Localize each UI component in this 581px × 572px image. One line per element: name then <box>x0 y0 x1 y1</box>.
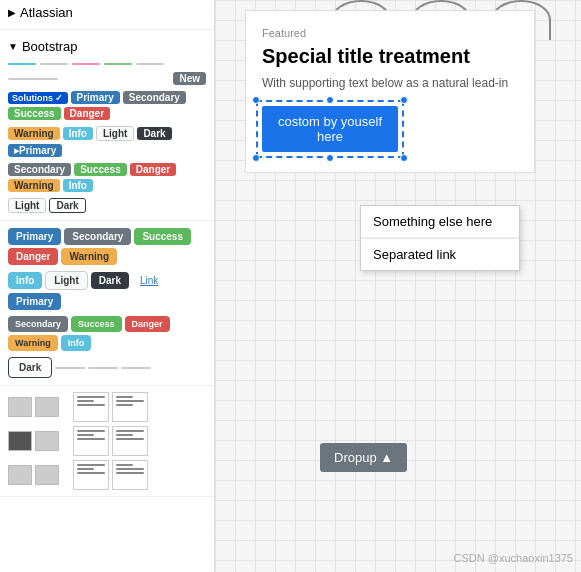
expand-arrow-icon: ▶ <box>8 7 16 18</box>
dropdown-item-something[interactable]: Something else here <box>361 206 519 238</box>
warning-badge-2[interactable]: Warning <box>8 179 60 192</box>
btn-row-3: Secondary Success Danger Warning Info <box>0 313 214 354</box>
thumb-row-2 <box>0 424 214 458</box>
line-b-6 <box>116 404 133 406</box>
featured-card: Featured Special title treatment With su… <box>245 10 535 173</box>
info-badge-1[interactable]: Info <box>63 127 93 140</box>
dark-badge-1[interactable]: Dark <box>137 127 171 140</box>
light-badge-2[interactable]: Light <box>8 198 46 213</box>
line-b-16 <box>116 464 133 466</box>
btn-primary-1[interactable]: Primary <box>8 228 61 245</box>
primary-badge-1[interactable]: Primary <box>71 91 120 104</box>
warning-badge-1[interactable]: Warning <box>8 127 60 140</box>
btn-row-1: Primary Secondary Success Danger Warning <box>0 225 214 268</box>
danger-badge-1[interactable]: Danger <box>64 107 110 120</box>
line-b-15 <box>77 472 105 474</box>
pink-line <box>72 63 100 65</box>
line-b-17 <box>116 468 144 470</box>
line-deco <box>8 78 58 80</box>
dropdown-item-separated[interactable]: Separated link <box>361 239 519 270</box>
blue-line <box>8 63 36 65</box>
handle-tc[interactable] <box>326 96 334 104</box>
card-title: Special title treatment <box>262 45 518 68</box>
divider-1 <box>0 220 214 221</box>
btn-dark-1[interactable]: Dark <box>91 272 129 289</box>
line-deco-4 <box>121 367 151 369</box>
bootstrap-tree-item[interactable]: ▼ Bootstrap <box>0 34 214 59</box>
divider-2 <box>0 385 214 386</box>
yellow-line <box>136 63 164 65</box>
solutions-badge[interactable]: Solutions ✓ <box>8 92 68 104</box>
dark-outline-btn[interactable]: Dark <box>8 357 52 378</box>
lines-block-3 <box>73 426 109 456</box>
gray-line <box>40 63 68 65</box>
card-featured-label: Featured <box>262 27 518 39</box>
custom-button-wrapper: costom by youselfhere <box>262 106 398 152</box>
handle-bl[interactable] <box>252 154 260 162</box>
dark-outline-badge[interactable]: Dark <box>49 198 85 213</box>
bootstrap-label: Bootstrap <box>22 39 78 54</box>
lines-block-6 <box>112 460 148 490</box>
btn-danger-2[interactable]: Danger <box>125 316 170 332</box>
new-badge: New <box>173 72 206 85</box>
atlassian-tree-item[interactable]: ▶ Atlassian <box>0 0 214 25</box>
success-badge-2[interactable]: Success <box>74 163 127 176</box>
line-b-9 <box>77 438 105 440</box>
thumb-row-3 <box>0 458 214 492</box>
dark-outline-row: Dark <box>0 354 214 381</box>
badge-row-2: Warning Info Light Dark ▸Primary <box>0 123 214 160</box>
btn-warning-2[interactable]: Warning <box>8 335 58 351</box>
thumb-5 <box>35 465 59 485</box>
custom-button[interactable]: costom by youselfhere <box>262 106 398 152</box>
btn-success-1[interactable]: Success <box>134 228 191 245</box>
line-b-4 <box>116 396 133 398</box>
handle-tl[interactable] <box>252 96 260 104</box>
primary-badge-2[interactable]: ▸Primary <box>8 144 62 157</box>
danger-badge-2[interactable]: Danger <box>130 163 176 176</box>
btn-row-2: Info Light Dark Link Primary <box>0 268 214 313</box>
lines-block-5 <box>73 460 109 490</box>
handle-bc[interactable] <box>326 154 334 162</box>
line-b-14 <box>77 468 94 470</box>
success-badge-1[interactable]: Success <box>8 107 61 120</box>
btn-warning-1[interactable]: Warning <box>61 248 117 265</box>
bootstrap-section: ▼ Bootstrap New Solutions ✓ Primary Seco… <box>0 34 214 497</box>
atlassian-label: Atlassian <box>20 5 73 20</box>
new-badge-row: New <box>0 69 214 88</box>
handle-tr[interactable] <box>400 96 408 104</box>
line-decoration-row <box>0 59 214 69</box>
lines-block-4 <box>112 426 148 456</box>
atlassian-section: ▶ Atlassian <box>0 0 214 30</box>
watermark-text: CSDN @xuchaoxin1375 <box>454 552 573 564</box>
line-b-5 <box>116 400 144 402</box>
info-badge-2[interactable]: Info <box>63 179 93 192</box>
line-b-10 <box>116 430 144 432</box>
btn-info-1[interactable]: Info <box>8 272 42 289</box>
lines-block-1 <box>73 392 109 422</box>
btn-secondary-1[interactable]: Secondary <box>64 228 131 245</box>
btn-info-2[interactable]: Info <box>61 335 92 351</box>
dropdown-menu: Something else here Separated link <box>360 205 520 271</box>
light-badge-1[interactable]: Light <box>96 126 134 141</box>
thumb-4 <box>8 465 32 485</box>
line-b-13 <box>77 464 105 466</box>
line-b-11 <box>116 434 133 436</box>
thumb-3 <box>35 431 59 451</box>
btn-primary-2[interactable]: Primary <box>8 293 61 310</box>
btn-light-1[interactable]: Light <box>45 271 87 290</box>
thumb-1 <box>8 397 32 417</box>
line-b-18 <box>116 472 144 474</box>
badge-row-3: Secondary Success Danger Warning Info <box>0 160 214 195</box>
btn-success-2[interactable]: Success <box>71 316 122 332</box>
line-b-8 <box>77 434 94 436</box>
thumb-row-1 <box>0 390 214 424</box>
secondary-badge-1[interactable]: Secondary <box>123 91 186 104</box>
thumb-2 <box>35 397 59 417</box>
secondary-badge-2[interactable]: Secondary <box>8 163 71 176</box>
handle-br[interactable] <box>400 154 408 162</box>
line-b-3 <box>77 404 105 406</box>
dropup-button[interactable]: Dropup ▲ <box>320 443 407 472</box>
btn-danger-1[interactable]: Danger <box>8 248 58 265</box>
btn-secondary-2[interactable]: Secondary <box>8 316 68 332</box>
btn-link-1[interactable]: Link <box>132 272 166 289</box>
